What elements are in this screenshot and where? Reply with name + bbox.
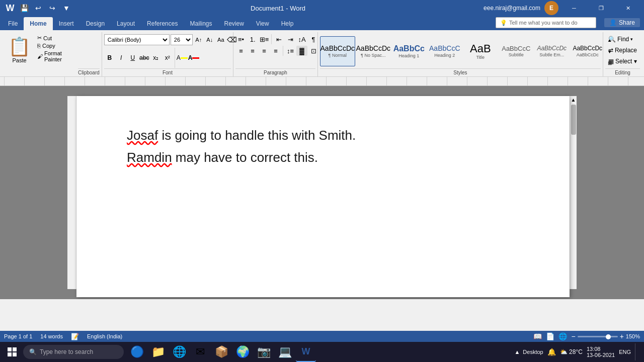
- align-right-button[interactable]: ≡: [259, 46, 270, 56]
- replace-button[interactable]: ⇄ Replace: [605, 45, 640, 55]
- taskbar-word[interactable]: W: [296, 342, 316, 362]
- paste-icon: 📋: [8, 36, 31, 57]
- highlight-icon: A: [177, 54, 181, 61]
- sep-para: [271, 34, 272, 44]
- web-layout-button[interactable]: 🌐: [558, 332, 567, 340]
- tab-file[interactable]: File: [2, 17, 24, 30]
- zoom-slider[interactable]: [578, 336, 618, 337]
- show-desktop-button[interactable]: [635, 343, 638, 360]
- font-name-select[interactable]: Calibri (Body): [104, 34, 170, 45]
- strikethrough-button[interactable]: abc: [139, 52, 150, 63]
- superscript-button[interactable]: x²: [162, 52, 173, 63]
- multilevel-list-button[interactable]: ⊞≡: [259, 34, 270, 44]
- tab-view[interactable]: View: [250, 17, 275, 30]
- sep-para2: [283, 46, 283, 56]
- word-taskbar-icon: W: [302, 346, 310, 357]
- user-avatar[interactable]: E: [544, 1, 558, 15]
- style-normal[interactable]: AaBbCcDc ¶ Normal: [320, 36, 355, 66]
- style-no-spacing[interactable]: AaBbCcDc ¶ No Spac...: [356, 36, 391, 66]
- change-case-button[interactable]: Aa: [216, 35, 226, 45]
- line-spacing-button[interactable]: ↕≡: [285, 46, 296, 56]
- notification-icon[interactable]: 🔔: [547, 348, 556, 356]
- customize-quick-access-button[interactable]: ▼: [60, 2, 72, 14]
- title-bar-left: W 💾 ↩ ↪ ▼: [4, 2, 72, 14]
- copy-button[interactable]: ⎘ Copy: [36, 42, 78, 49]
- scroll-up-button[interactable]: ▲: [571, 97, 576, 103]
- restore-button[interactable]: ❐: [590, 0, 613, 16]
- format-painter-button[interactable]: 🖌 Format Painter: [36, 50, 78, 63]
- style-subtitle[interactable]: AaBbCcC Subtitle: [499, 36, 534, 66]
- subscript-button[interactable]: x₂: [150, 52, 162, 63]
- taskbar-app7[interactable]: 💻: [275, 342, 295, 362]
- align-center-button[interactable]: ≡: [247, 46, 258, 56]
- print-layout-button[interactable]: 📄: [546, 332, 554, 340]
- text-highlight-button[interactable]: A: [177, 52, 188, 63]
- align-left-button[interactable]: ≡: [235, 46, 247, 56]
- close-button[interactable]: ✕: [617, 0, 640, 16]
- taskbar-chrome[interactable]: 🌍: [232, 342, 253, 362]
- cut-button[interactable]: ✂ Cut: [36, 34, 78, 42]
- document-page[interactable]: Josaf is going to handle this with Smith…: [76, 96, 570, 297]
- taskbar-search[interactable]: 🔍 Type here to search: [23, 345, 124, 359]
- decrease-font-button[interactable]: A↓: [205, 35, 215, 45]
- style-title[interactable]: AaB Title: [463, 36, 498, 66]
- read-mode-button[interactable]: 📖: [533, 332, 542, 340]
- style-heading1[interactable]: AaBbCc Heading 1: [391, 36, 427, 66]
- increase-indent-button[interactable]: ⇥: [285, 34, 296, 44]
- tab-help[interactable]: Help: [275, 17, 300, 30]
- word-logo[interactable]: W: [4, 2, 16, 14]
- minimize-button[interactable]: ─: [562, 0, 586, 16]
- ruler-marker: [4, 77, 644, 85]
- taskbar-explorer[interactable]: 📁: [148, 342, 168, 362]
- format-painter-icon: 🖌: [37, 53, 43, 59]
- weather-icon: ⛅: [560, 348, 568, 355]
- tab-layout[interactable]: Layout: [111, 17, 141, 30]
- select-button[interactable]: ▦ Select ▾: [605, 56, 640, 66]
- vertical-scrollbar[interactable]: ▲: [570, 96, 577, 289]
- underline-button[interactable]: U: [127, 52, 138, 63]
- shading-button[interactable]: ▓: [296, 46, 307, 56]
- style-subtle-em[interactable]: AaBbCcDc Subtle Em...: [534, 36, 570, 66]
- tab-mailings[interactable]: Mailings: [184, 17, 218, 30]
- bold-button[interactable]: B: [104, 52, 115, 63]
- find-button[interactable]: 🔍 Find ▾: [605, 34, 636, 44]
- arrow-up-icon[interactable]: ▲: [514, 349, 520, 355]
- taskbar-cortana[interactable]: 🔵: [127, 342, 147, 362]
- decrease-indent-button[interactable]: ⇤: [273, 34, 284, 44]
- paste-button[interactable]: 📋 Paste: [4, 34, 35, 65]
- italic-button[interactable]: I: [116, 52, 127, 63]
- zoom-in-button[interactable]: +: [620, 332, 624, 340]
- font-size-select[interactable]: 26: [171, 34, 193, 45]
- taskbar-edge[interactable]: 🌐: [169, 342, 189, 362]
- tab-design[interactable]: Design: [80, 17, 111, 30]
- tab-home[interactable]: Home: [24, 17, 52, 30]
- justify-button[interactable]: ≡: [270, 46, 281, 56]
- style-title-label: Title: [476, 55, 485, 60]
- status-bar: Page 1 of 1 14 words 📝 English (India) 📖…: [0, 331, 644, 342]
- save-button[interactable]: 💾: [18, 2, 30, 14]
- taskbar-dropbox[interactable]: 📦: [211, 342, 231, 362]
- numbering-button[interactable]: 1.: [247, 34, 258, 44]
- desktop-label[interactable]: Desktop: [523, 349, 543, 355]
- title-bar-right: eee.niraj@gmail.com E ─ ❐ ✕: [484, 0, 640, 16]
- start-button[interactable]: [2, 342, 22, 362]
- tab-review[interactable]: Review: [218, 17, 250, 30]
- sort-button[interactable]: ↕A: [296, 34, 307, 44]
- scroll-thumb[interactable]: [571, 105, 576, 135]
- style-heading2[interactable]: AaBbCcC Heading 2: [427, 36, 462, 66]
- tab-insert[interactable]: Insert: [53, 17, 80, 30]
- tell-me-input[interactable]: 💡 Tell me what you want to do: [496, 17, 596, 28]
- tab-references[interactable]: References: [141, 17, 184, 30]
- zoom-out-button[interactable]: −: [571, 332, 575, 340]
- share-button[interactable]: 👤 Share: [604, 18, 640, 27]
- style-extra[interactable]: AaBbCcDc AaBbCcDc: [570, 36, 605, 66]
- redo-button[interactable]: ↪: [46, 2, 58, 14]
- font-color-button[interactable]: A: [188, 52, 199, 63]
- increase-font-button[interactable]: A↑: [194, 35, 204, 45]
- zoom-thumb[interactable]: [606, 334, 611, 339]
- taskbar-app6[interactable]: 📷: [254, 342, 274, 362]
- bullets-button[interactable]: ≡•: [235, 34, 247, 44]
- lightbulb-icon: 💡: [500, 20, 507, 26]
- taskbar-mail[interactable]: ✉: [190, 342, 210, 362]
- undo-button[interactable]: ↩: [32, 2, 44, 14]
